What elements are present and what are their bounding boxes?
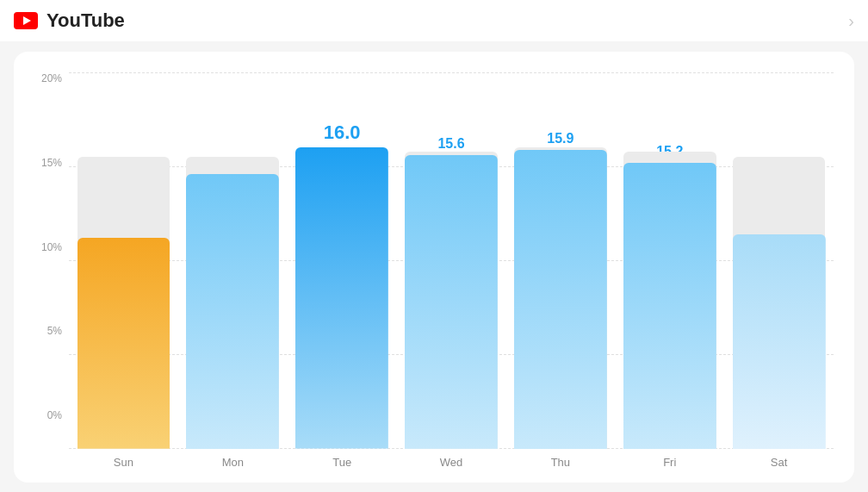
bar-group[interactable]: 11.4 <box>724 72 834 449</box>
bar-group[interactable]: 15.6 <box>397 72 506 449</box>
bar-group[interactable]: 15.2 <box>615 72 724 449</box>
header: YouTube › <box>0 0 868 41</box>
bars: 11.214.616.015.615.915.211.4 <box>69 72 834 449</box>
bar <box>295 147 388 449</box>
x-axis-label: Thu <box>505 456 615 469</box>
y-axis: 0%5%10%15%20% <box>34 72 69 449</box>
svg-rect-5 <box>623 163 716 449</box>
bar <box>623 163 716 449</box>
bar-group[interactable]: 14.6 <box>178 72 288 449</box>
svg-rect-1 <box>186 174 279 449</box>
y-axis-label: 10% <box>34 241 69 253</box>
chart-area: 0%5%10%15%20% 11.214.616.015.615.915.211… <box>34 72 834 449</box>
youtube-logo-icon <box>14 12 38 29</box>
x-axis-label: Mon <box>178 456 288 469</box>
y-axis-label: 20% <box>34 72 69 84</box>
bar-group[interactable]: 16.0 <box>288 72 397 449</box>
bar-group[interactable]: 15.9 <box>505 72 615 449</box>
x-axis-label: Wed <box>397 456 506 469</box>
bars-wrapper: 11.214.616.015.615.915.211.4 <box>69 72 834 449</box>
x-axis-label: Tue <box>288 456 397 469</box>
chevron-right-icon[interactable]: › <box>848 11 854 31</box>
x-axis-label: Sun <box>69 456 178 469</box>
page-title: YouTube <box>46 9 125 32</box>
x-axis-label: Sat <box>724 456 834 469</box>
bar-value-label: 15.6 <box>437 136 464 152</box>
chart-container: 0%5%10%15%20% 11.214.616.015.615.915.211… <box>14 52 854 483</box>
y-axis-label: 5% <box>34 325 69 337</box>
svg-rect-0 <box>78 238 170 449</box>
bars-section: 11.214.616.015.615.915.211.4 <box>69 72 834 449</box>
bar <box>405 155 498 449</box>
bar-group[interactable]: 11.2 <box>69 72 178 449</box>
bar <box>733 234 826 449</box>
svg-rect-6 <box>733 234 826 449</box>
bar <box>186 174 279 449</box>
bar-value-label: 15.9 <box>547 131 574 146</box>
y-axis-label: 0% <box>34 409 69 421</box>
x-labels: SunMonTueWedThuFriSat <box>34 456 834 469</box>
y-axis-label: 15% <box>34 157 69 169</box>
bar <box>514 150 607 449</box>
svg-rect-4 <box>514 150 607 449</box>
svg-rect-3 <box>405 155 498 449</box>
bar <box>78 238 170 449</box>
bar-value-label: 16.0 <box>324 121 361 144</box>
svg-rect-2 <box>295 147 388 449</box>
x-axis-label: Fri <box>615 456 724 469</box>
